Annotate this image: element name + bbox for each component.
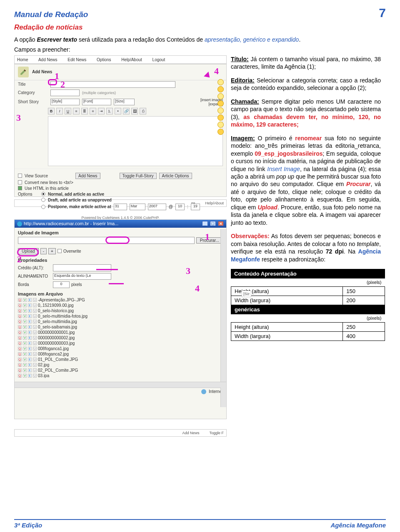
draft-label: Draft, add article as unapproved (48, 198, 112, 202)
intro-emphasis: Escrever texto (37, 36, 78, 43)
file-row[interactable]: QVEU0_selo-multimidia-fotos.jpg (18, 313, 223, 319)
postpone-radio[interactable] (41, 205, 45, 209)
article-options-button[interactable]: Article Options (159, 173, 192, 179)
ul-button[interactable]: • (115, 108, 121, 114)
menu-home[interactable]: Home (17, 57, 28, 62)
circle-category (48, 79, 57, 85)
style-select[interactable]: [Style] (50, 99, 80, 105)
emoji-icon[interactable] (218, 114, 224, 121)
file-row[interactable]: QVEU-Apresentação.JPG-.JPG (18, 297, 223, 303)
table1-title: Conteúdo Apresentação (231, 269, 385, 278)
multi-categories-link[interactable]: (multiple categories) (82, 91, 116, 95)
marker-2: 2 (17, 254, 22, 265)
postpone-hour[interactable]: 10 (175, 204, 185, 210)
file-row[interactable]: QVEU0000000000002.jpg (18, 335, 223, 341)
menu-help[interactable]: Help/About (121, 57, 142, 62)
normal-radio[interactable] (41, 192, 45, 196)
field-title-input[interactable] (50, 81, 175, 88)
font-select[interactable]: [Font] (82, 99, 111, 105)
view-source-label: View Source (25, 174, 48, 178)
postpone-month[interactable]: Mar (130, 204, 145, 210)
marker-2: 2 (60, 79, 65, 90)
draft-radio[interactable] (41, 198, 45, 202)
file-row[interactable]: QVEU0_selo-historico.jpg (18, 308, 223, 313)
menu-options[interactable]: Options (97, 57, 111, 62)
maximize-button[interactable]: □ (210, 221, 216, 226)
file-row[interactable]: QVEU0,.15219099.00.jpg (18, 303, 223, 308)
close-button[interactable]: × (218, 221, 224, 226)
intro-blue-italic: apresentação, genérico e expandido (205, 36, 299, 43)
image-button[interactable]: 🖼 (131, 108, 138, 114)
top-menu: Home Add News Edit News Options Help/Abo… (15, 56, 226, 64)
print-button[interactable]: ⎙ (140, 108, 146, 114)
emoji-icon[interactable] (218, 100, 224, 107)
emoji-icon[interactable] (218, 86, 224, 92)
add-news-button[interactable]: Add News (75, 173, 100, 179)
toggle-fullstory-button[interactable]: Toggle Full-Story (120, 173, 157, 179)
marker-1: 1 (205, 231, 210, 242)
cell-height-val1: 150 (343, 286, 385, 296)
align-left-button[interactable]: ≡ (73, 108, 80, 114)
underline-button[interactable]: U (65, 108, 71, 114)
bold-button[interactable]: B (48, 108, 55, 114)
globe-icon (201, 389, 206, 394)
border-input[interactable]: 0 (53, 281, 70, 288)
view-source-check[interactable] (18, 174, 22, 178)
file-row[interactable]: QVEU02.jpg (18, 362, 223, 368)
postpone-at: @ (169, 204, 173, 209)
file-row[interactable]: QVEU0000000000003.jpg (18, 341, 223, 346)
emoji-icon[interactable] (218, 93, 224, 99)
use-html-label: Use HTML in this article (25, 186, 69, 191)
field-category-label: Category (18, 90, 48, 95)
emoji-icon[interactable] (218, 107, 224, 114)
size-select[interactable]: [Size] (114, 99, 135, 105)
plus-button[interactable]: + (48, 248, 56, 254)
editor-area[interactable] (48, 116, 223, 166)
scrollbar-h[interactable] (15, 382, 226, 388)
strip-addnews: Add News (182, 431, 199, 435)
italic-button[interactable]: I (56, 108, 63, 114)
emoji-icon[interactable] (218, 79, 224, 85)
emoji-icon[interactable] (218, 122, 224, 128)
strip-toggle: Toggle F (209, 431, 224, 435)
file-row[interactable]: QVEU0_selo-saibamais.jpg (18, 324, 223, 330)
emoji-icon[interactable] (218, 129, 224, 135)
imagem-renomear: renomear (295, 135, 322, 142)
indent-button[interactable]: ⇥ (98, 108, 105, 114)
postpone-min[interactable]: 19 (191, 204, 200, 210)
credit-label: Crédito (ALT): (18, 266, 51, 270)
screenshot-addnews: Home Add News Edit News Options Help/Abo… (14, 55, 227, 197)
credit-input[interactable] (53, 264, 111, 271)
file-row[interactable]: QVEU0_selo-multimidia.jpg (18, 319, 223, 324)
link-button[interactable]: 🔗 (123, 108, 130, 114)
scrollbar-v[interactable] (220, 229, 226, 407)
align-center-button[interactable]: ≣ (81, 108, 88, 114)
menu-logout[interactable]: Logout (152, 57, 165, 62)
field-category-select[interactable] (50, 89, 80, 96)
page-footer: 3ª Edição Agência Megafone (0, 519, 400, 529)
footer-right: Agência Megafone (330, 522, 386, 529)
cell-width-val1: 200 (343, 296, 385, 305)
file-row[interactable]: QVEU0000000000001.jpg (18, 330, 223, 335)
file-row[interactable]: QVEU01_POL_Comite.JPG (18, 357, 223, 362)
file-row[interactable]: QVEU008foganca2.jpg (18, 351, 223, 357)
pixels-label: pixels (71, 282, 82, 287)
overwrite-check[interactable] (58, 249, 62, 253)
menu-addnews[interactable]: Add News (38, 57, 58, 62)
file-row[interactable]: QVEU03.ipa (18, 373, 223, 378)
minus-button[interactable]: - (40, 248, 47, 254)
convert-br-check[interactable] (18, 180, 22, 184)
menu-editnews[interactable]: Edit News (68, 57, 86, 62)
file-row[interactable]: QVEU008foganca1.jpg (18, 346, 223, 351)
align-select[interactable]: Esquerda do texto (Le (53, 273, 111, 280)
align-right-button[interactable]: ≡ (90, 108, 96, 114)
arrow-line (96, 269, 118, 270)
file-row[interactable]: QVEU02_POL_Comite.JPG (18, 368, 223, 373)
ol-button[interactable]: 1. (106, 108, 113, 114)
postpone-year[interactable]: 2007 (148, 204, 166, 210)
postpone-day[interactable]: 31 (114, 204, 127, 210)
doc-title: Manual de Redação (14, 10, 88, 19)
field-shortstory-label: Short Story (18, 99, 48, 104)
use-html-check[interactable] (18, 186, 22, 190)
minimize-button[interactable]: _ (202, 221, 208, 226)
